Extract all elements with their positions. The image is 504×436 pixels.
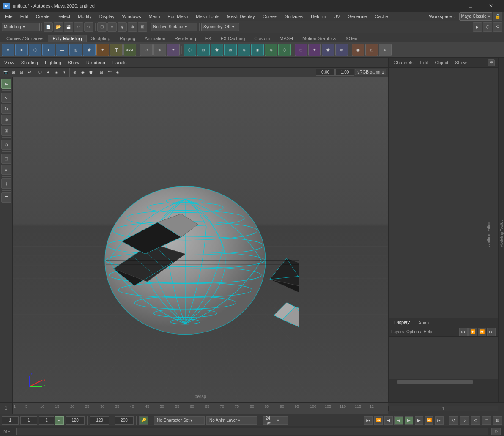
redo-btn[interactable]: ↪ — [84, 22, 93, 32]
shelf-icon-plane[interactable]: ▬ — [56, 44, 68, 56]
shelf-icon-smooth[interactable]: ◉ — [251, 44, 264, 56]
menu-cache[interactable]: Cache — [371, 13, 392, 20]
anim-tab[interactable]: Anim — [416, 319, 431, 326]
vp-icon-texture[interactable]: ◈ — [52, 69, 60, 76]
menu-deform[interactable]: Deform — [307, 13, 329, 20]
tool-select[interactable]: ▶ — [1, 79, 11, 89]
shelf-icon-target-weld[interactable]: ◈ — [238, 44, 250, 56]
menu-file[interactable]: File — [2, 13, 16, 20]
tool-transform[interactable]: ⊞ — [1, 126, 11, 136]
status-icon[interactable]: ⚙ — [491, 428, 501, 435]
character-set-dropdown[interactable]: No Character Set ▾ — [154, 416, 205, 425]
menu-windows[interactable]: Windows — [119, 13, 145, 20]
workspace-dropdown[interactable]: Maya Classic ▾ — [459, 12, 492, 21]
menu-uv[interactable]: UV — [330, 13, 343, 20]
shelf-icon-boolean[interactable]: ⊕ — [335, 44, 348, 56]
vp-icon-undo[interactable]: ↩ — [26, 69, 33, 76]
close-button[interactable]: ✕ — [481, 0, 501, 12]
shelf-icon-text[interactable]: T — [110, 44, 123, 56]
menu-modify[interactable]: Modify — [74, 13, 95, 20]
current-frame-field[interactable] — [20, 416, 37, 425]
shelf-tab-fx[interactable]: FX — [201, 35, 216, 42]
layer-nav-1[interactable]: ⏮ — [459, 328, 468, 336]
shelf-tab-motion-graphics[interactable]: Motion Graphics — [298, 35, 341, 42]
shelf-icon-sphere[interactable]: ● — [2, 44, 14, 56]
vp-icon-snap-grid[interactable]: ⊞ — [98, 69, 105, 76]
layers-label[interactable]: Layers — [391, 329, 404, 334]
shelf-icon-combine[interactable]: ⊕ — [153, 44, 166, 56]
ipr-btn[interactable]: ⬡ — [483, 22, 492, 32]
shelf-tab-rigging[interactable]: Rigging — [115, 35, 140, 42]
menu-surfaces[interactable]: Surfaces — [282, 13, 307, 20]
shelf-icon-loop[interactable]: ⊙ — [140, 44, 153, 56]
shelf-icon-torus[interactable]: ◎ — [69, 44, 82, 56]
frame-value-field[interactable] — [39, 416, 54, 425]
vp-icon-snap-curve[interactable]: 〜 — [106, 69, 113, 76]
vp-icon-wireframe[interactable]: ⬡ — [36, 69, 44, 76]
shelf-icon-reduce[interactable]: ⬟ — [322, 44, 334, 56]
layer-nav-2[interactable]: ⏪ — [468, 328, 477, 336]
menu-edit[interactable]: Edit — [17, 13, 32, 20]
shelf-tab-mash[interactable]: MASH — [275, 35, 298, 42]
shelf-icon-cylinder[interactable]: ⬡ — [29, 44, 41, 56]
range-end-field[interactable] — [115, 416, 134, 425]
3d-viewport[interactable]: persp X Z Y — [13, 77, 388, 402]
loop-btn[interactable]: ↺ — [449, 416, 458, 425]
transform-btn[interactable]: ⊕ — [128, 22, 137, 32]
maximize-button[interactable]: □ — [461, 0, 480, 12]
menu-generate[interactable]: Generate — [344, 13, 370, 20]
symmetry-dropdown[interactable]: Symmetry: Off ▾ — [201, 23, 239, 31]
lock-button[interactable]: 🔒 — [493, 12, 502, 21]
shelf-tab-animation[interactable]: Animation — [140, 35, 170, 42]
paint-btn[interactable]: ◈ — [118, 22, 127, 32]
shelf-tab-curves[interactable]: Curves / Surfaces — [2, 35, 48, 42]
shelf-tab-xgen[interactable]: XGen — [341, 35, 362, 42]
save-btn[interactable]: 💾 — [64, 22, 73, 32]
transport-go-end[interactable]: ⏭ — [435, 416, 444, 425]
shelf-icon-star[interactable]: ✦ — [96, 44, 109, 56]
select-btn[interactable]: ⊡ — [97, 22, 107, 32]
vp-menu-renderer[interactable]: Renderer — [84, 59, 108, 66]
undo-btn[interactable]: ↩ — [74, 22, 83, 32]
tool-camera[interactable]: ⊹ — [1, 178, 11, 189]
vp-val-field-1[interactable] — [316, 69, 335, 76]
transport-go-start[interactable]: ⏮ — [364, 416, 373, 425]
timeline-ruler[interactable]: 1 5 10 15 20 25 30 35 40 45 50 55 60 65 … — [13, 403, 388, 414]
vp-menu-view[interactable]: View — [2, 59, 17, 66]
transport-prev-frame[interactable]: ◀ — [384, 416, 393, 425]
transport-play-back[interactable]: ◀ — [394, 416, 403, 425]
mode-dropdown[interactable]: Modeling ▾ — [2, 23, 40, 31]
menu-mesh-tools[interactable]: Mesh Tools — [192, 13, 222, 20]
lasso-btn[interactable]: ⌾ — [107, 22, 117, 32]
transport-prev-key[interactable]: ⏪ — [374, 416, 383, 425]
shelf-icon-extrude[interactable]: ⬡ — [184, 44, 196, 56]
transport-next-frame[interactable]: ▶ — [415, 416, 423, 425]
audio-btn[interactable]: ♪ — [460, 416, 469, 425]
live-surface-dropdown[interactable]: No Live Surface ▾ — [151, 23, 197, 31]
shelf-tab-rendering[interactable]: Rendering — [170, 35, 201, 42]
shelf-tab-poly[interactable]: Poly Modeling — [48, 35, 86, 42]
shelf-icon-green-1[interactable]: ◈ — [265, 44, 277, 56]
menu-select[interactable]: Select — [54, 13, 74, 20]
tool-snap[interactable]: ⊡ — [1, 154, 11, 164]
shelf-icon-svg[interactable]: SVG — [123, 44, 136, 56]
menu-edit-mesh[interactable]: Edit Mesh — [164, 13, 192, 20]
menu-create[interactable]: Create — [33, 13, 53, 20]
scrollbar-thumb[interactable] — [397, 380, 473, 384]
vp-menu-show[interactable]: Show — [66, 59, 82, 66]
tool-rotate[interactable]: ↻ — [1, 104, 11, 114]
shelf-icon-prism[interactable]: ⬟ — [83, 44, 96, 56]
menu-curves[interactable]: Curves — [259, 13, 281, 20]
object-tab[interactable]: Object — [433, 59, 450, 66]
show-tab[interactable]: Show — [453, 59, 468, 66]
options-btn[interactable]: ⚙ — [493, 22, 502, 32]
shelf-icon-cube[interactable]: ■ — [15, 44, 28, 56]
fps-dropdown[interactable]: 24 fps ▾ — [263, 416, 288, 425]
shelf-tab-fx-caching[interactable]: FX Caching — [216, 35, 249, 42]
end-frame-field[interactable] — [66, 416, 85, 425]
shelf-icon-cone[interactable]: ▲ — [42, 44, 55, 56]
shelf-icon-uvs[interactable]: ◉ — [352, 44, 364, 56]
display-tab[interactable]: Display — [392, 319, 412, 326]
menu-mesh[interactable]: Mesh — [145, 13, 163, 20]
menu-display[interactable]: Display — [96, 13, 118, 20]
